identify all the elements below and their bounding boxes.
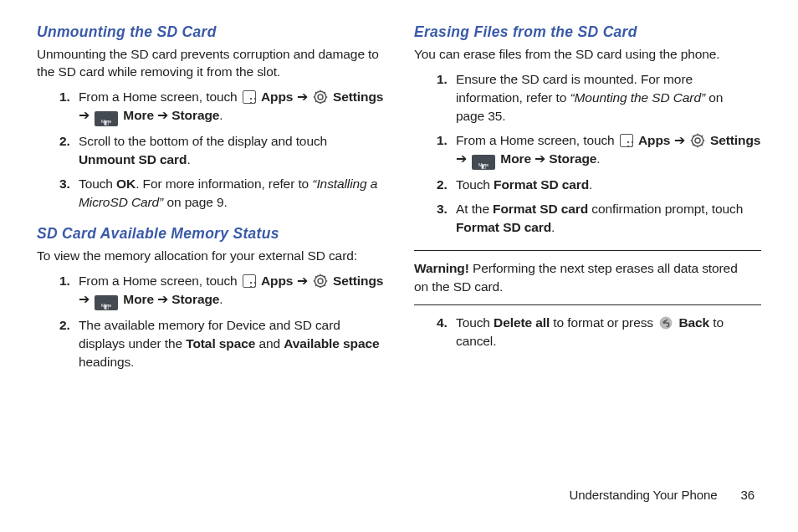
more-icon: More — [472, 155, 495, 170]
heading-memory: SD Card Available Memory Status — [37, 225, 384, 243]
text: Touch — [79, 176, 116, 191]
text: At the — [456, 202, 493, 216]
arrow: ➔ — [297, 274, 311, 288]
format-label: Format SD card — [493, 202, 588, 216]
step-unmount-3: Touch OK. For more information, refer to… — [74, 175, 384, 212]
text: From a Home screen, touch — [79, 90, 241, 104]
footer-section: Understanding Your Phone — [570, 488, 718, 502]
ref-mount: “Mounting the SD Card” — [570, 90, 705, 105]
settings-icon — [313, 90, 328, 105]
settings-label: Settings — [333, 90, 383, 104]
text: and — [255, 336, 284, 350]
steps-memory: From a Home screen, touch Apps ➔ Setting… — [37, 272, 384, 371]
apps-icon — [243, 274, 256, 288]
steps-erase-a: Ensure the SD card is mounted. For more … — [414, 70, 761, 237]
step-unmount-1: From a Home screen, touch Apps ➔ Setting… — [74, 88, 384, 126]
warning-divider-top — [414, 250, 761, 251]
intro-unmount: Unmounting the SD card prevents corrupti… — [37, 46, 384, 81]
ok-label: OK — [116, 176, 136, 191]
apps-label: Apps — [638, 133, 670, 147]
text: headings. — [79, 355, 134, 369]
svg-point-21 — [695, 138, 700, 143]
step-unmount-2: Scroll to the bottom of the display and … — [74, 132, 384, 169]
back-label: Back — [678, 315, 709, 330]
step-erase-2: Touch Format SD card. — [451, 176, 761, 194]
step-memory-1: From a Home screen, touch Apps ➔ Setting… — [74, 272, 384, 310]
page-number: 36 — [741, 488, 755, 502]
warning-label: Warning! — [414, 261, 469, 275]
text: Touch — [456, 177, 494, 192]
apps-icon — [243, 90, 256, 104]
svg-point-11 — [318, 279, 323, 284]
storage-label: Storage — [171, 108, 219, 122]
text: Touch — [456, 315, 494, 330]
text: From a Home screen, touch — [456, 133, 618, 147]
page-body: Unmounting the SD Card Unmounting the SD… — [0, 0, 798, 385]
steps-unmount: From a Home screen, touch Apps ➔ Setting… — [37, 88, 384, 212]
intro-memory: To view the memory allocation for your e… — [37, 248, 384, 265]
text: to format or press — [550, 315, 657, 330]
heading-unmount: Unmounting the SD Card — [37, 23, 384, 41]
text: Scroll to the bottom of the display and … — [79, 134, 327, 148]
more-icon: More — [95, 295, 118, 310]
right-column: Erasing Files from the SD Card You can e… — [414, 23, 761, 385]
storage-label: Storage — [549, 151, 596, 166]
storage-label: Storage — [171, 292, 219, 306]
settings-label: Settings — [710, 133, 760, 147]
more-label: More — [123, 108, 154, 122]
svg-point-1 — [318, 95, 323, 100]
intro-erase: You can erase files from the SD card usi… — [414, 46, 761, 64]
warning-divider-bottom — [414, 304, 761, 305]
step-erase-1: Ensure the SD card is mounted. For more … — [451, 70, 761, 125]
format-label: Format SD card — [494, 177, 589, 192]
warning-block: Warning! Performing the next step erases… — [414, 259, 761, 296]
format-label: Format SD card — [456, 220, 551, 234]
more-label: More — [123, 292, 154, 306]
text: From a Home screen, touch — [79, 274, 241, 288]
arrow: ➔ — [535, 151, 549, 166]
step-erase-4: Touch Delete all to format or press Back… — [451, 314, 761, 350]
more-label: More — [500, 151, 531, 166]
arrow: ➔ — [79, 292, 93, 306]
page-footer: Understanding Your Phone 36 — [570, 488, 755, 502]
arrow: ➔ — [79, 108, 93, 122]
settings-label: Settings — [333, 274, 383, 288]
settings-icon — [313, 274, 328, 289]
apps-icon — [620, 134, 633, 147]
apps-label: Apps — [261, 274, 293, 288]
step-erase-1b: From a Home screen, touch Apps ➔ Setting… — [451, 131, 761, 170]
avail-label: Available space — [284, 336, 379, 350]
left-column: Unmounting the SD Card Unmounting the SD… — [37, 23, 384, 385]
step-memory-2: The available memory for Device and SD c… — [74, 316, 384, 371]
heading-erase: Erasing Files from the SD Card — [414, 23, 761, 41]
text: confirmation prompt, touch — [588, 202, 743, 216]
arrow: ➔ — [157, 292, 171, 306]
back-icon — [658, 315, 673, 330]
arrow: ➔ — [674, 133, 688, 147]
apps-label: Apps — [261, 90, 293, 104]
text: . For more information, refer to — [136, 176, 312, 191]
arrow: ➔ — [297, 90, 311, 104]
step-erase-3: At the Format SD card confirmation promp… — [451, 200, 761, 237]
total-label: Total space — [186, 336, 255, 350]
text: on page 9. — [163, 195, 227, 209]
unmount-label: Unmount SD card — [79, 152, 187, 166]
arrow: ➔ — [157, 108, 171, 122]
steps-erase-b: Touch Delete all to format or press Back… — [414, 314, 761, 350]
arrow: ➔ — [456, 151, 470, 166]
settings-icon — [690, 133, 705, 148]
deleteall-label: Delete all — [494, 315, 550, 330]
more-icon: More — [95, 111, 118, 126]
